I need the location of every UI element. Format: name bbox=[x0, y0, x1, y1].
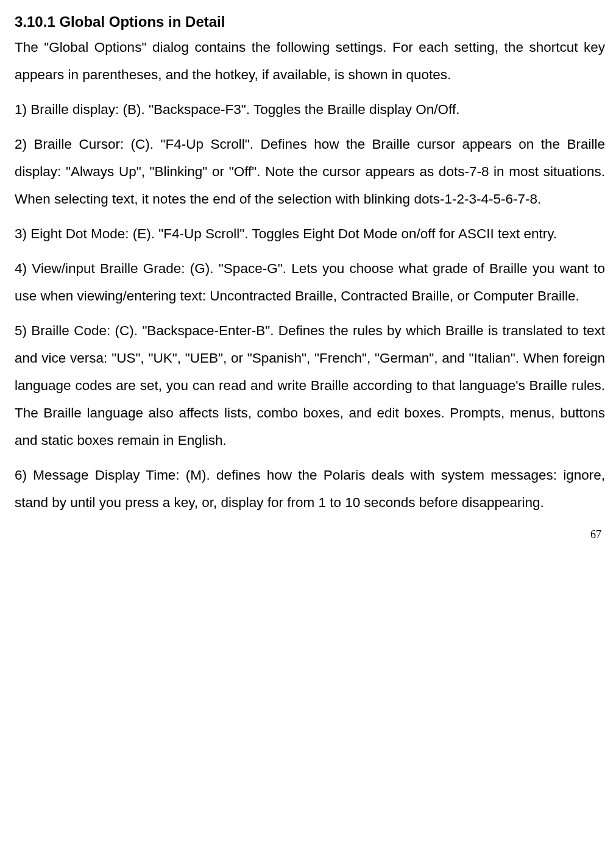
intro-paragraph: The "Global Options" dialog contains the… bbox=[15, 34, 605, 88]
page-number: 67 bbox=[15, 523, 605, 545]
option-item-2: 2) Braille Cursor: (C). "F4-Up Scroll". … bbox=[15, 130, 605, 213]
option-item-6: 6) Message Display Time: (M). defines ho… bbox=[15, 461, 605, 516]
option-item-4: 4) View/input Braille Grade: (G). "Space… bbox=[15, 255, 605, 310]
option-item-1: 1) Braille display: (B). "Backspace-F3".… bbox=[15, 96, 605, 123]
option-item-3: 3) Eight Dot Mode: (E). "F4-Up Scroll". … bbox=[15, 220, 605, 247]
section-heading: 3.10.1 Global Options in Detail bbox=[15, 12, 605, 31]
option-item-5: 5) Braille Code: (C). "Backspace-Enter-B… bbox=[15, 317, 605, 454]
